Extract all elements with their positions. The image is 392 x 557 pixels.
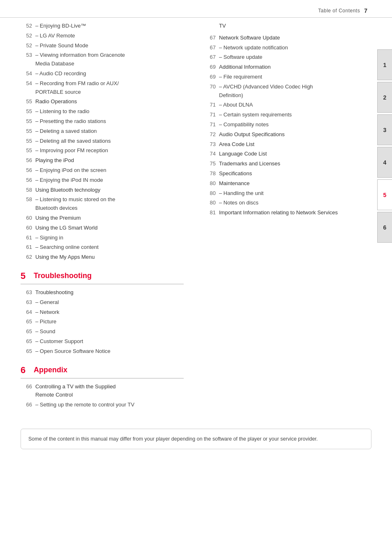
page-container: Table of Contents 7 1 2 3 4 5 6 52 – Enj… (0, 0, 392, 557)
toc-entry: 61 – Signing in (21, 234, 184, 242)
toc-entry: 58 – Listening to music stored on theBlu… (21, 195, 184, 213)
side-tab-3[interactable]: 3 (377, 114, 392, 145)
toc-entry: 55 – Improving poor FM reception (21, 146, 184, 155)
toc-entry: 66 – Setting up the remote to control yo… (21, 401, 184, 409)
section-6-num: 6 (21, 365, 29, 376)
toc-entry: 55 – Listening to the radio (21, 107, 184, 116)
toc-entry: 52 – Private Sound Mode (21, 42, 184, 50)
toc-entry: 74 Language Code List (204, 150, 367, 158)
left-column: 52 – Enjoying BD-Live™ 52 – LG AV Remote… (21, 22, 192, 411)
toc-entry: 56 – Enjoying the iPod IN mode (21, 176, 184, 185)
toc-entry: 81 Important Information relating to Net… (204, 209, 367, 217)
toc-entry: 55 Radio Operations (21, 97, 184, 106)
toc-entry: 66 Controlling a TV with the SuppliedRem… (21, 383, 184, 400)
toc-entry: 63 Troubleshooting (21, 288, 184, 297)
toc-entry: 60 Using the Premium (21, 214, 184, 223)
toc-entry: 54 – Audio CD recording (21, 70, 184, 78)
section-6-header: 6 Appendix (21, 365, 184, 378)
side-tab-2[interactable]: 2 (377, 82, 392, 113)
footer-note: Some of the content in this manual may d… (21, 429, 371, 449)
toc-entry: 52 – Enjoying BD-Live™ (21, 22, 184, 30)
side-tab-5[interactable]: 5 (377, 179, 392, 210)
section-5-num: 5 (21, 271, 29, 281)
toc-entry: 61 – Searching online content (21, 243, 184, 252)
toc-entry: 60 Using the LG Smart World (21, 224, 184, 232)
toc-entry: 65 – Customer Support (21, 337, 184, 346)
toc-entry: 80 – Notes on discs (204, 199, 367, 207)
toc-entry: 58 Using Bluetooth technology (21, 186, 184, 195)
page-header: Table of Contents 7 (0, 0, 392, 18)
toc-entry: 70 – AVCHD (Advanced Video Codec HighDef… (204, 83, 367, 100)
section-5-title: Troubleshooting (34, 272, 92, 280)
toc-entry: 72 Audio Output Specifications (204, 130, 367, 139)
toc-entry: 67 – Network update notification (204, 44, 367, 52)
toc-entry: 54 – Recording from FM radio or AUX/PORT… (21, 79, 184, 97)
toc-entry: 55 – Presetting the radio stations (21, 117, 184, 126)
toc-entry: 75 Trademarks and Licenses (204, 160, 367, 168)
side-tab-6[interactable]: 6 (377, 212, 392, 243)
footer-text: Some of the content in this manual may d… (28, 436, 318, 442)
toc-entry: 71 – Compatibility notes (204, 121, 367, 129)
side-tab-1[interactable]: 1 (377, 49, 392, 80)
side-tabs: 1 2 3 4 5 6 (377, 49, 392, 244)
toc-entry: 65 – Sound (21, 327, 184, 336)
toc-entry: 65 – Open Source Software Notice (21, 347, 184, 356)
toc-entry: 63 – General (21, 298, 184, 307)
main-content: 52 – Enjoying BD-Live™ 52 – LG AV Remote… (0, 18, 392, 419)
toc-entry: 71 – About DLNA (204, 101, 367, 109)
section-6-title: Appendix (34, 366, 67, 374)
header-page-num: 7 (364, 7, 367, 14)
toc-entry: 52 – LG AV Remote (21, 32, 184, 40)
toc-entry: 53 – Viewing information from GracenoteM… (21, 51, 184, 68)
toc-entry: 69 Additional Information (204, 63, 367, 72)
toc-entry: 55 – Deleting all the saved stations (21, 137, 184, 146)
toc-entry: 67 – Software update (204, 53, 367, 62)
header-title: Table of Contents (318, 8, 360, 14)
toc-entry: 80 Maintenance (204, 179, 367, 188)
toc-entry: 80 – Handling the unit (204, 189, 367, 198)
toc-entry: 64 – Network (21, 308, 184, 317)
toc-entry: 67 Network Software Update (204, 34, 367, 42)
toc-entry: 55 – Deleting a saved station (21, 127, 184, 136)
toc-entry: 73 Area Code List (204, 140, 367, 149)
section-5-header: 5 Troubleshooting (21, 271, 184, 284)
toc-entry: 56 Playing the iPod (21, 156, 184, 165)
toc-entry: 69 – File requirement (204, 73, 367, 81)
right-column: TV 67 Network Software Update 67 – Netwo… (200, 22, 367, 411)
toc-entry: 78 Specifications (204, 169, 367, 178)
toc-entry: 71 – Certain system requirements (204, 111, 367, 119)
toc-entry: TV (204, 22, 367, 30)
toc-entry: 62 Using the My Apps Menu (21, 253, 184, 262)
toc-entry: 65 – Picture (21, 318, 184, 326)
side-tab-4[interactable]: 4 (377, 147, 392, 178)
toc-entry: 56 – Enjoying iPod on the screen (21, 166, 184, 175)
